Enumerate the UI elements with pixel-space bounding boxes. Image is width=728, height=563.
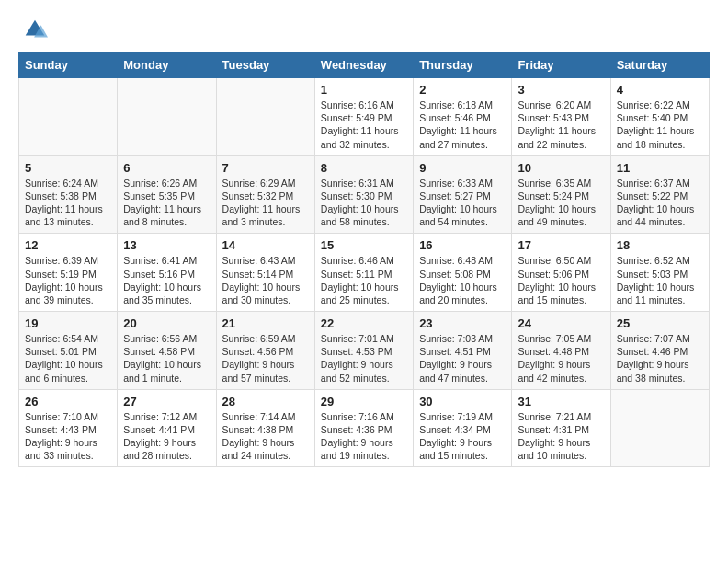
day-info: Sunrise: 6:18 AMSunset: 5:46 PMDaylight:… — [419, 98, 506, 151]
day-cell: 29Sunrise: 7:16 AMSunset: 4:36 PMDayligh… — [314, 389, 413, 467]
day-cell: 4Sunrise: 6:22 AMSunset: 5:40 PMDaylight… — [610, 78, 709, 156]
day-number: 1 — [321, 83, 407, 97]
day-number: 13 — [123, 238, 210, 252]
day-number: 4 — [617, 83, 703, 97]
day-cell: 5Sunrise: 6:24 AMSunset: 5:38 PMDaylight… — [19, 155, 118, 234]
day-info: Sunrise: 7:07 AMSunset: 4:46 PMDaylight:… — [617, 332, 703, 385]
day-header-sunday: Sunday — [19, 52, 118, 78]
day-number: 24 — [518, 316, 604, 330]
day-cell: 27Sunrise: 7:12 AMSunset: 4:41 PMDayligh… — [118, 389, 216, 467]
day-number: 3 — [518, 83, 604, 97]
day-cell: 18Sunrise: 6:52 AMSunset: 5:03 PMDayligh… — [610, 234, 709, 312]
day-header-friday: Friday — [512, 52, 610, 78]
logo-icon — [22, 17, 48, 42]
day-cell — [19, 78, 118, 156]
day-cell — [216, 78, 314, 156]
day-cell: 10Sunrise: 6:35 AMSunset: 5:24 PMDayligh… — [512, 155, 610, 234]
page-header — [0, 0, 728, 52]
day-cell: 26Sunrise: 7:10 AMSunset: 4:43 PMDayligh… — [19, 389, 118, 467]
day-info: Sunrise: 6:41 AMSunset: 5:16 PMDaylight:… — [123, 254, 210, 306]
day-cell: 23Sunrise: 7:03 AMSunset: 4:51 PMDayligh… — [414, 312, 512, 390]
day-cell: 21Sunrise: 6:59 AMSunset: 4:56 PMDayligh… — [216, 312, 314, 390]
day-cell: 12Sunrise: 6:39 AMSunset: 5:19 PMDayligh… — [19, 234, 118, 312]
day-header-saturday: Saturday — [610, 52, 709, 78]
day-cell: 11Sunrise: 6:37 AMSunset: 5:22 PMDayligh… — [610, 155, 709, 234]
day-info: Sunrise: 6:22 AMSunset: 5:40 PMDaylight:… — [617, 98, 703, 151]
day-cell: 30Sunrise: 7:19 AMSunset: 4:34 PMDayligh… — [414, 389, 512, 467]
day-cell: 25Sunrise: 7:07 AMSunset: 4:46 PMDayligh… — [610, 312, 709, 390]
day-header-thursday: Thursday — [414, 52, 512, 78]
calendar-week-1: 1Sunrise: 6:16 AMSunset: 5:49 PMDaylight… — [19, 78, 710, 156]
day-cell — [118, 78, 216, 156]
day-info: Sunrise: 6:50 AMSunset: 5:06 PMDaylight:… — [518, 254, 604, 306]
day-info: Sunrise: 6:52 AMSunset: 5:03 PMDaylight:… — [617, 254, 703, 306]
day-number: 19 — [25, 316, 111, 330]
day-header-tuesday: Tuesday — [216, 52, 314, 78]
day-info: Sunrise: 6:54 AMSunset: 5:01 PMDaylight:… — [25, 332, 111, 385]
day-cell: 19Sunrise: 6:54 AMSunset: 5:01 PMDayligh… — [19, 312, 118, 390]
day-info: Sunrise: 6:43 AMSunset: 5:14 PMDaylight:… — [222, 254, 309, 306]
calendar-week-4: 19Sunrise: 6:54 AMSunset: 5:01 PMDayligh… — [19, 312, 710, 390]
day-info: Sunrise: 7:14 AMSunset: 4:38 PMDaylight:… — [222, 410, 309, 463]
calendar-week-2: 5Sunrise: 6:24 AMSunset: 5:38 PMDaylight… — [19, 155, 710, 234]
day-info: Sunrise: 6:33 AMSunset: 5:27 PMDaylight:… — [419, 177, 506, 229]
day-number: 20 — [123, 316, 210, 330]
day-number: 31 — [518, 395, 604, 408]
day-number: 8 — [321, 161, 407, 175]
day-info: Sunrise: 7:03 AMSunset: 4:51 PMDaylight:… — [419, 332, 506, 385]
day-cell: 28Sunrise: 7:14 AMSunset: 4:38 PMDayligh… — [216, 389, 314, 467]
day-number: 22 — [321, 316, 407, 330]
day-info: Sunrise: 6:39 AMSunset: 5:19 PMDaylight:… — [25, 254, 111, 306]
day-cell: 31Sunrise: 7:21 AMSunset: 4:31 PMDayligh… — [512, 389, 610, 467]
day-number: 18 — [617, 238, 703, 252]
day-number: 28 — [222, 395, 309, 408]
day-cell: 6Sunrise: 6:26 AMSunset: 5:35 PMDaylight… — [118, 155, 216, 234]
calendar-header-row: SundayMondayTuesdayWednesdayThursdayFrid… — [19, 52, 710, 78]
day-info: Sunrise: 6:29 AMSunset: 5:32 PMDaylight:… — [222, 177, 309, 229]
day-cell: 20Sunrise: 6:56 AMSunset: 4:58 PMDayligh… — [118, 312, 216, 390]
day-info: Sunrise: 7:01 AMSunset: 4:53 PMDaylight:… — [321, 332, 407, 385]
day-cell — [610, 389, 709, 467]
day-info: Sunrise: 6:37 AMSunset: 5:22 PMDaylight:… — [617, 177, 703, 229]
day-header-monday: Monday — [118, 52, 216, 78]
calendar-week-5: 26Sunrise: 7:10 AMSunset: 4:43 PMDayligh… — [19, 389, 710, 467]
day-header-wednesday: Wednesday — [314, 52, 413, 78]
day-info: Sunrise: 7:10 AMSunset: 4:43 PMDaylight:… — [25, 410, 111, 463]
day-cell: 9Sunrise: 6:33 AMSunset: 5:27 PMDaylight… — [414, 155, 512, 234]
calendar-week-3: 12Sunrise: 6:39 AMSunset: 5:19 PMDayligh… — [19, 234, 710, 312]
calendar-container: SundayMondayTuesdayWednesdayThursdayFrid… — [0, 52, 728, 477]
day-info: Sunrise: 7:21 AMSunset: 4:31 PMDaylight:… — [518, 410, 604, 463]
day-cell: 16Sunrise: 6:48 AMSunset: 5:08 PMDayligh… — [414, 234, 512, 312]
day-info: Sunrise: 6:48 AMSunset: 5:08 PMDaylight:… — [419, 254, 506, 306]
day-cell: 22Sunrise: 7:01 AMSunset: 4:53 PMDayligh… — [314, 312, 413, 390]
day-cell: 14Sunrise: 6:43 AMSunset: 5:14 PMDayligh… — [216, 234, 314, 312]
day-number: 14 — [222, 238, 309, 252]
logo — [22, 17, 51, 42]
day-info: Sunrise: 6:20 AMSunset: 5:43 PMDaylight:… — [518, 98, 604, 151]
day-number: 5 — [25, 161, 111, 175]
day-cell: 1Sunrise: 6:16 AMSunset: 5:49 PMDaylight… — [314, 78, 413, 156]
day-cell: 24Sunrise: 7:05 AMSunset: 4:48 PMDayligh… — [512, 312, 610, 390]
day-info: Sunrise: 7:05 AMSunset: 4:48 PMDaylight:… — [518, 332, 604, 385]
day-info: Sunrise: 7:16 AMSunset: 4:36 PMDaylight:… — [321, 410, 407, 463]
day-number: 30 — [419, 395, 506, 408]
day-number: 16 — [419, 238, 506, 252]
day-info: Sunrise: 6:35 AMSunset: 5:24 PMDaylight:… — [518, 177, 604, 229]
day-cell: 2Sunrise: 6:18 AMSunset: 5:46 PMDaylight… — [414, 78, 512, 156]
day-info: Sunrise: 6:26 AMSunset: 5:35 PMDaylight:… — [123, 177, 210, 229]
day-info: Sunrise: 7:12 AMSunset: 4:41 PMDaylight:… — [123, 410, 210, 463]
day-cell: 3Sunrise: 6:20 AMSunset: 5:43 PMDaylight… — [512, 78, 610, 156]
day-number: 25 — [617, 316, 703, 330]
day-info: Sunrise: 6:24 AMSunset: 5:38 PMDaylight:… — [25, 177, 111, 229]
day-cell: 8Sunrise: 6:31 AMSunset: 5:30 PMDaylight… — [314, 155, 413, 234]
day-number: 27 — [123, 395, 210, 408]
day-info: Sunrise: 6:59 AMSunset: 4:56 PMDaylight:… — [222, 332, 309, 385]
day-number: 2 — [419, 83, 506, 97]
day-number: 7 — [222, 161, 309, 175]
day-cell: 17Sunrise: 6:50 AMSunset: 5:06 PMDayligh… — [512, 234, 610, 312]
day-number: 17 — [518, 238, 604, 252]
day-number: 15 — [321, 238, 407, 252]
day-number: 21 — [222, 316, 309, 330]
day-number: 6 — [123, 161, 210, 175]
day-cell: 15Sunrise: 6:46 AMSunset: 5:11 PMDayligh… — [314, 234, 413, 312]
